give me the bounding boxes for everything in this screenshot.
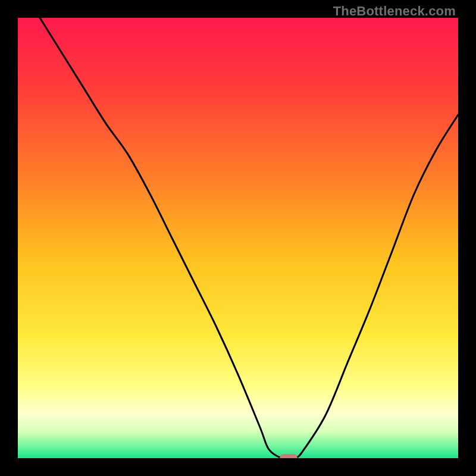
bottleneck-curve <box>18 18 458 458</box>
plot-area <box>18 18 458 458</box>
chart-frame: TheBottleneck.com <box>0 0 476 476</box>
watermark-text: TheBottleneck.com <box>333 4 456 19</box>
optimal-point-marker <box>280 454 298 458</box>
